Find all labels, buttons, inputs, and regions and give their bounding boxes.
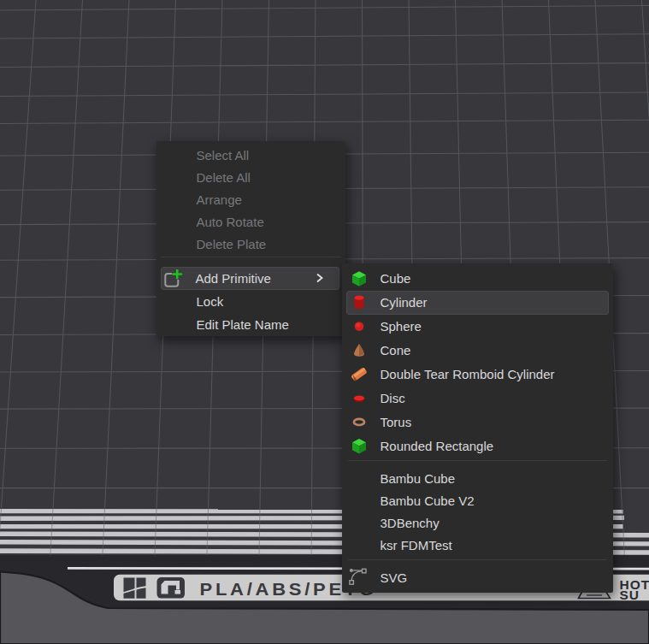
svg-text:SU: SU — [620, 588, 640, 602]
